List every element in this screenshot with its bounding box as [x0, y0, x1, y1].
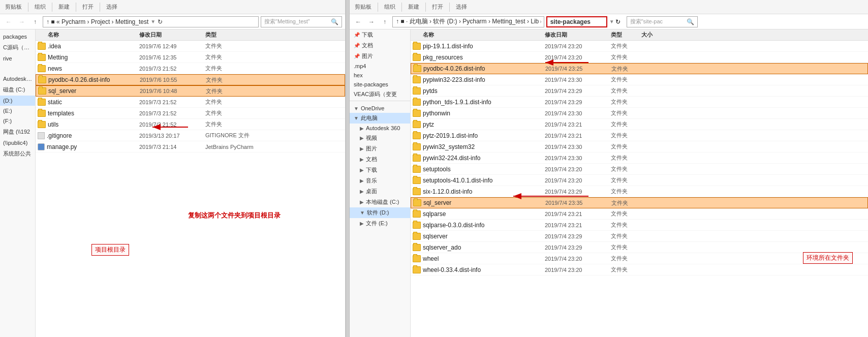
right-sidebar-download[interactable]: 📌 下载	[350, 29, 410, 40]
right-sidebar-edrive[interactable]: ▶ 文件 (E:)	[350, 218, 410, 229]
right-row-pywin32sys[interactable]: pywin32_system32 2019/7/4 23:30文件夹	[411, 141, 868, 152]
left-sidebar-item-e[interactable]: (E:)	[0, 106, 35, 116]
left-sidebar-item-c[interactable]: 磁盘 (C:)	[0, 84, 35, 96]
right-row-pip[interactable]: pip-19.1.1.dist-info 2019/7/4 23:20文件夹	[411, 41, 868, 52]
left-forward-button[interactable]: →	[16, 16, 27, 27]
right-row-sqlserver[interactable]: sql_server 2019/7/4 23:35文件夹	[411, 197, 868, 208]
right-toolbar-divider1	[378, 3, 378, 12]
right-sidebar-download-label: 下载	[362, 31, 373, 39]
right-sidebar-sitepackages[interactable]: site-packages	[350, 80, 410, 89]
left-sidebar-item-blank	[0, 64, 35, 74]
left-sidebar-item-nas[interactable]: 网盘 (\\192	[0, 126, 35, 138]
left-sidebar-item-sys[interactable]: 系统部公共	[0, 148, 35, 160]
left-row-pyodbc[interactable]: pyodbc-4.0.26.dist-info 2019/7/6 10:55 文…	[36, 74, 345, 85]
right-sidebar-ddrive[interactable]: ▼ 软件 (D:)	[350, 207, 410, 218]
left-sidebar-item-packages[interactable]: packages	[0, 32, 35, 42]
right-refresh-icon: ↻	[615, 18, 621, 25]
right-sidebar-autodesk360[interactable]: ▶ Autodesk 360	[350, 124, 410, 133]
right-sidebar-video-label: 视频	[366, 134, 377, 142]
right-row-pytds[interactable]: pytds 2019/7/4 23:29文件夹	[411, 85, 868, 97]
right-sidebar-desktop-label: 桌面	[366, 188, 377, 195]
left-back-button[interactable]: ←	[3, 16, 14, 27]
left-row-utils[interactable]: utils 2019/7/3 21:52 文件夹	[36, 119, 345, 130]
right-row-pypiwin32[interactable]: pypiwin32-223.dist-info 2019/7/4 23:30文件…	[411, 74, 868, 85]
right-row-pytz[interactable]: pytz 2019/7/4 23:21文件夹	[411, 119, 868, 130]
left-sidebar-item-csource[interactable]: C源码（变更	[0, 42, 35, 53]
right-address-highlighted[interactable]: site-packages	[546, 16, 607, 27]
right-row-pywin32224[interactable]: pywin32-224.dist-info 2019/7/4 23:30文件夹	[411, 152, 868, 164]
folder-icon-news	[38, 65, 46, 72]
right-sidebar-edrive-label: 文件 (E:)	[366, 220, 388, 227]
right-toolbar: 剪贴板 组织 新建 打开 选择	[350, 0, 868, 14]
right-row-pythonwin[interactable]: pythonwin 2019/7/4 23:30文件夹	[411, 108, 868, 119]
left-sidebar-item-public4[interactable]: (\\public4)	[0, 138, 35, 148]
r-folder-wheel	[413, 255, 421, 262]
right-row-pythontds[interactable]: python_tds-1.9.1.dist-info 2019/7/4 23:2…	[411, 97, 868, 108]
left-refresh-icon: ↻	[158, 18, 163, 25]
right-row-pkg[interactable]: pkg_resources 2019/7/4 23:20文件夹	[411, 52, 868, 63]
right-sidebar-documents[interactable]: ▶ 文档	[350, 154, 410, 165]
right-row-wheel[interactable]: wheel 2019/7/4 23:20文件夹	[411, 253, 868, 264]
right-sidebar-downloads[interactable]: ▶ 下载	[350, 165, 410, 175]
right-row-setuptools41[interactable]: setuptools-41.0.1.dist-info 2019/7/4 23:…	[411, 175, 868, 186]
right-toolbar-divider3	[425, 3, 426, 12]
right-row-setuptools[interactable]: setuptools 2019/7/4 23:20文件夹	[411, 164, 868, 175]
right-sidebar-desktop[interactable]: ▶ 桌面	[350, 186, 410, 197]
left-search-box[interactable]: 搜索"Metting_test" 🔍	[261, 16, 342, 27]
right-row-sqlparse030[interactable]: sqlparse-0.3.0.dist-info 2019/7/4 23:21文…	[411, 220, 868, 231]
right-sidebar-cdrive[interactable]: ▶ 本地磁盘 (C:)	[350, 197, 410, 207]
left-sidebar-item-f[interactable]: (F:)	[0, 116, 35, 126]
right-row-six[interactable]: six-1.12.0.dist-info 2019/7/4 23:29文件夹	[411, 186, 868, 197]
right-search-box[interactable]: 搜索"site-pac 🔍	[627, 16, 698, 27]
right-sidebar-image[interactable]: ▶ 图片	[350, 143, 410, 154]
left-sidebar-item-autodesk[interactable]: Autodesk 360	[0, 74, 35, 84]
left-sidebar-item-rive[interactable]: rive	[0, 53, 35, 64]
left-toolbar-divider2	[52, 3, 52, 12]
folder-icon-idea	[38, 43, 46, 50]
left-row-idea[interactable]: .idea 2019/7/6 12:49 文件夹	[36, 41, 345, 52]
right-address-highlighted-text: site-packages	[550, 18, 591, 25]
right-sidebar-veac[interactable]: VEAC源码（变更	[350, 89, 410, 100]
file-icon-managepy	[38, 143, 45, 150]
right-row-pytz2019[interactable]: pytz-2019.1.dist-info 2019/7/4 23:21文件夹	[411, 130, 868, 141]
right-sidebar-video[interactable]: ▶ 视频	[350, 133, 410, 143]
right-sidebar-thispc[interactable]: ▼ 此电脑	[350, 113, 410, 124]
right-row-sqlserverado[interactable]: sqlserver_ado 2019/7/4 23:29文件夹	[411, 242, 868, 253]
right-row-sqlparse[interactable]: sqlparse 2019/7/4 23:21文件夹	[411, 208, 868, 220]
right-toolbar-clipboard: 剪贴板	[353, 3, 374, 11]
right-col-size: 大小	[641, 31, 866, 39]
right-sidebar-hex[interactable]: hex	[350, 71, 410, 80]
right-row-pyodbc[interactable]: pyodbc-4.0.26.dist-info 2019/7/4 23:25文件…	[411, 63, 868, 74]
left-address-path[interactable]: ↑ ■ « Pycharm › Project › Metting_test ▼…	[43, 16, 259, 27]
right-sidebar-onedrive[interactable]: ▼ OneDrive	[350, 104, 410, 113]
right-address-text: ↑ ■ · 此电脑 › 软件 (D:) › Pycharm › Metting_…	[396, 17, 539, 26]
left-content-area: packages C源码（变更 rive Autodesk 360 磁盘 (C:…	[0, 29, 345, 337]
right-toolbar-divider2	[401, 3, 402, 12]
right-sidebar-mp4[interactable]: .mp4	[350, 62, 410, 71]
left-toolbar-divider4	[100, 3, 100, 12]
right-up-button[interactable]: ↑	[379, 16, 390, 27]
right-address-path[interactable]: ↑ ■ · 此电脑 › 软件 (D:) › Pycharm › Metting_…	[392, 16, 544, 27]
left-sidebar-item-d[interactable]: (D:)	[0, 96, 35, 106]
right-row-wheel034[interactable]: wheel-0.33.4.dist-info 2019/7/4 23:20文件夹	[411, 264, 868, 275]
left-row-static[interactable]: static 2019/7/3 21:52 文件夹	[36, 97, 345, 108]
left-up-button[interactable]: ↑	[29, 16, 41, 27]
right-sidebar-veac-label: VEAC源码（变更	[354, 90, 397, 98]
left-row-sqlserver[interactable]: sql_server 2019/7/6 10:48 文件夹	[36, 85, 345, 97]
right-sidebar-pics-label: 图片	[362, 52, 373, 60]
right-sidebar-music[interactable]: ▶ 音乐	[350, 175, 410, 186]
right-back-button[interactable]: ←	[353, 16, 364, 27]
left-row-metting[interactable]: Metting 2019/7/6 12:35 文件夹	[36, 52, 345, 63]
r-folder-pywin32224	[413, 155, 421, 162]
right-sidebar-pics[interactable]: 📌 图片	[350, 51, 410, 62]
left-row-gitignore[interactable]: .gitignore 2019/3/13 20:17 GITIGNORE 文件	[36, 130, 345, 141]
r-folder-pythontds	[413, 99, 421, 106]
left-row-news[interactable]: news 2019/7/3 21:52 文件夹	[36, 63, 345, 74]
left-row-managepy[interactable]: manage.py 2019/7/3 21:14 JetBrains PyCha…	[36, 141, 345, 152]
right-sidebar-hex-label: hex	[354, 72, 363, 78]
right-row-sqlserverdir[interactable]: sqlserver 2019/7/4 23:29文件夹	[411, 231, 868, 242]
right-sidebar-docs[interactable]: 📌 文档	[350, 40, 410, 51]
right-sidebar-autodesk-arrow: ▶	[360, 126, 364, 131]
right-forward-button[interactable]: →	[366, 16, 377, 27]
left-row-templates[interactable]: templates 2019/7/3 21:52 文件夹	[36, 108, 345, 119]
